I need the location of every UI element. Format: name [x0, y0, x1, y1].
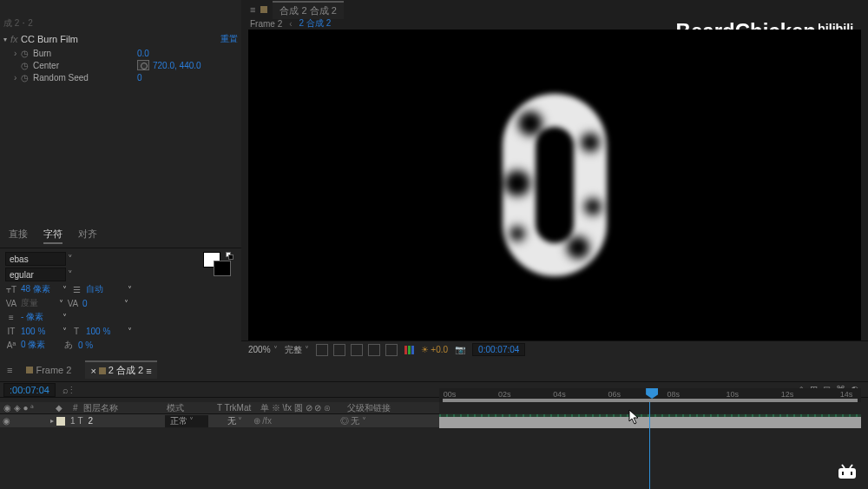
guides-icon[interactable] — [385, 344, 398, 356]
tsume-icon: あ — [62, 339, 75, 351]
disclosure-triangle-icon[interactable]: ▾ — [3, 36, 7, 43]
panel-menu-icon[interactable]: ≡ — [250, 4, 255, 15]
timeline-tab-comp[interactable]: × 2 合成 2 ≡ — [85, 360, 156, 379]
comp-color-dot — [260, 6, 267, 13]
tab-character[interactable]: 字符 — [43, 228, 62, 244]
tracking-icon: VA — [67, 299, 79, 308]
effect-breadcrumb[interactable]: 成 2・2 — [0, 16, 241, 31]
layer-name[interactable]: 2 — [89, 416, 165, 426]
prop-value[interactable]: 0.0 — [137, 49, 149, 58]
playhead-line[interactable] — [649, 402, 650, 489]
left-panels: 成 2・2 ▾ fx CC Burn Film 重置 › ◷ Burn 0.0 … — [0, 0, 241, 358]
visibility-icon[interactable]: ◉ — [0, 416, 12, 426]
chevron-down-icon[interactable]: ˅ — [68, 254, 73, 265]
prop-center: ◷ Center 720.0, 440.0 — [0, 59, 241, 71]
av-column-icons[interactable]: ◉ ◈ ● ᵃ — [0, 403, 52, 413]
zoom-dropdown[interactable]: 200%˅ — [248, 345, 278, 354]
stopwatch-icon[interactable]: ◷ — [21, 61, 33, 70]
chevron-left-icon: ‹ — [289, 19, 292, 29]
label-column[interactable]: ◆ — [52, 403, 69, 413]
leading-icon: ☰ — [70, 285, 82, 294]
playhead-icon[interactable] — [646, 388, 658, 399]
tsume-value[interactable]: 0 % — [78, 340, 116, 350]
point-picker-icon[interactable] — [137, 60, 149, 70]
viewer-controls: 200%˅ 完整˅ ☀ +0.0 📷 0:00:07:04 — [241, 340, 868, 358]
source-name-header[interactable]: 图层名称 — [80, 402, 163, 414]
tab-align[interactable]: 对齐 — [78, 228, 97, 244]
resolution-dropdown[interactable]: 完整˅ — [285, 344, 309, 356]
trkmat-dropdown[interactable]: 无 ˅ — [222, 415, 248, 427]
hscale-icon: T — [70, 327, 82, 336]
transparency-grid-icon[interactable] — [316, 344, 328, 356]
svg-rect-1 — [838, 468, 856, 479]
rendered-content — [503, 94, 607, 276]
timeline-ruler[interactable]: 00s 02s 04s 06s 08s 10s 12s 14s — [439, 388, 861, 402]
disclosure-triangle-icon[interactable]: ▸ — [50, 417, 54, 425]
snapshot-icon[interactable]: 📷 — [455, 345, 465, 354]
stroke-color[interactable] — [214, 261, 231, 276]
channel-icon[interactable] — [404, 346, 414, 354]
chevron-right-icon[interactable]: › — [14, 49, 21, 58]
ruler-label: 12s — [781, 390, 794, 399]
search-icon[interactable]: ⌕⁝ — [62, 385, 75, 395]
timeline-tab-frame[interactable]: Frame 2 — [21, 363, 76, 377]
ruler-label: 00s — [444, 390, 457, 399]
char-panel-tabs: 直接 字符 对齐 — [0, 224, 241, 248]
color-swatch[interactable] — [203, 252, 236, 278]
parent-pickwhip-icon[interactable]: ◎ 无 ˅ — [335, 415, 367, 427]
trkmat-header[interactable]: T TrkMat — [214, 403, 257, 413]
current-time-input[interactable]: :00:07:04 — [3, 383, 56, 397]
chevron-down-icon[interactable]: ˅ — [68, 269, 73, 281]
font-size-value[interactable]: 48 像素 — [21, 283, 59, 295]
grid-icon[interactable] — [368, 344, 380, 356]
stroke-value[interactable]: - 像素 — [21, 311, 59, 323]
ruler-label: 04s — [553, 390, 566, 399]
prop-value[interactable]: 720.0, 440.0 — [153, 61, 201, 70]
blend-mode-dropdown[interactable]: 正常 ˅ — [165, 415, 208, 427]
tab-essential[interactable]: 直接 — [9, 228, 28, 244]
switches-header[interactable]: 单 ※ \fx 圆 ⊘ ⊘ ⊙ — [257, 402, 344, 414]
font-size-icon: ᴛT — [5, 285, 17, 294]
effect-header[interactable]: ▾ fx CC Burn Film 重置 — [0, 31, 241, 47]
composition-tab[interactable]: 合成 2 合成 2 — [273, 1, 343, 19]
composition-panel: ≡ 合成 2 合成 2 Frame 2 ‹ 2 合成 2 BeardChicke… — [241, 0, 868, 358]
prop-value[interactable]: 0 — [137, 73, 142, 83]
preview-time[interactable]: 0:00:07:04 — [472, 343, 525, 356]
chevron-right-icon[interactable]: › — [14, 73, 21, 83]
hscale-value[interactable]: 100 % — [86, 327, 124, 336]
ruler-label: 02s — [498, 390, 511, 399]
mask-toggle-icon[interactable] — [333, 344, 345, 356]
parent-header[interactable]: 父级和链接 — [344, 402, 394, 414]
switches-cells[interactable]: ⊕ /fx — [248, 416, 335, 426]
leading-value[interactable]: 自动 — [86, 283, 124, 295]
vscale-value[interactable]: 100 % — [21, 327, 59, 336]
svg-rect-2 — [842, 472, 844, 475]
stopwatch-icon[interactable]: ◷ — [21, 73, 33, 83]
timeline-panel: ≡ Frame 2 × 2 合成 2 ≡ :00:07:04 ⌕⁝ ◈ ⊞ ◻ … — [0, 358, 868, 489]
ruler-label: 06s — [608, 390, 621, 399]
font-weight-dropdown[interactable] — [5, 268, 66, 281]
stroke-icon: ≡ — [5, 313, 17, 322]
baseline-icon: Aª — [5, 340, 17, 350]
composition-viewer[interactable] — [248, 30, 861, 340]
layer-row[interactable]: ◉ ▸ 1 T 2 正常 ˅ 无 ˅ ⊕ /fx ◎ 无 ˅ — [0, 414, 439, 428]
roi-icon[interactable] — [351, 344, 363, 356]
layer-type-icon: T — [78, 416, 89, 426]
crumb-comp[interactable]: 2 合成 2 — [299, 17, 332, 30]
exposure-value[interactable]: ☀ +0.0 — [421, 345, 449, 354]
panel-menu-icon[interactable]: ≡ — [7, 365, 12, 375]
font-family-dropdown[interactable] — [5, 252, 66, 266]
stopwatch-icon[interactable]: ◷ — [21, 49, 33, 58]
prop-name: Center — [33, 61, 137, 70]
tracking-value[interactable]: 0 — [82, 299, 121, 308]
kerning-value[interactable]: 度量 — [21, 297, 56, 309]
ruler-label: 10s — [726, 390, 739, 399]
crumb-frame[interactable]: Frame 2 — [250, 19, 282, 29]
effect-reset[interactable]: 重置 — [220, 33, 238, 45]
mode-header[interactable]: 模式 — [163, 402, 214, 414]
baseline-value[interactable]: 0 像素 — [21, 339, 59, 351]
prop-name: Random Seed — [33, 73, 137, 83]
prop-random-seed: › ◷ Random Seed 0 — [0, 71, 241, 83]
layer-color-label[interactable] — [56, 417, 65, 426]
ruler-label: 08s — [667, 390, 680, 399]
